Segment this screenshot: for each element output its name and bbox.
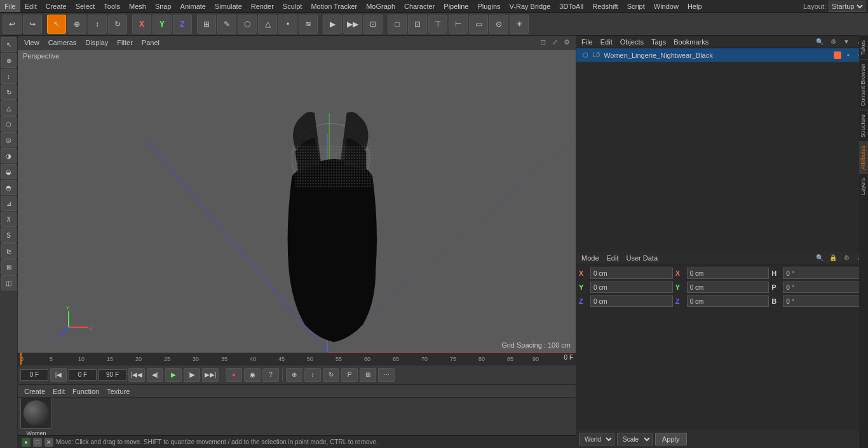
rotate-tool-icon[interactable]: ↻	[1, 85, 17, 100]
menu-help[interactable]: Help	[683, 0, 707, 12]
x-axis-button[interactable]: X	[132, 15, 151, 34]
jump-start-btn[interactable]: |◀◀	[128, 368, 145, 382]
brush-tool-icon[interactable]: ⊵	[1, 243, 17, 259]
y-pos-field[interactable]: 0 cm	[590, 282, 673, 293]
menu-vray[interactable]: V-Ray Bridge	[505, 0, 555, 12]
attr-menu-edit[interactable]: Edit	[604, 253, 621, 263]
sculpt-button[interactable]: ≋	[299, 15, 318, 34]
undo-button[interactable]: ↩	[3, 15, 22, 34]
camera-button[interactable]: ⊙	[489, 15, 508, 34]
menu-redshift[interactable]: Redshift	[588, 0, 622, 12]
material-thumbnail[interactable]	[20, 398, 52, 429]
front-button[interactable]: ▭	[469, 15, 488, 34]
edge-button[interactable]: △	[258, 15, 277, 34]
scale-key-btn[interactable]: ↕	[304, 368, 321, 382]
right-button[interactable]: ⊢	[449, 15, 468, 34]
menu-animate[interactable]: Animate	[176, 0, 210, 12]
x-size-field[interactable]: 0 cm	[687, 268, 770, 279]
render-button[interactable]: ▶▶	[343, 15, 362, 34]
menu-motion-tracker[interactable]: Motion Tracker	[306, 0, 362, 12]
obj-collapse-icon[interactable]: ▼	[841, 36, 852, 48]
obj-visibility-upper[interactable]: ●	[844, 51, 853, 60]
world-dropdown[interactable]: World	[579, 433, 614, 445]
uv-tool-icon[interactable]: ◫	[1, 275, 17, 290]
menu-create[interactable]: Create	[41, 0, 71, 12]
select-mode-button[interactable]: ↖	[47, 15, 66, 34]
vtab-takes[interactable]: Takes	[859, 36, 868, 59]
menu-tools[interactable]: Tools	[99, 0, 125, 12]
obj-menu-tags[interactable]: Tags	[649, 37, 668, 47]
play-btn[interactable]: ▶	[165, 368, 182, 382]
vp-expand-icon[interactable]: ⊡	[538, 37, 548, 48]
obj-search-icon[interactable]: 🔍	[814, 36, 825, 48]
redo-button[interactable]: ↪	[23, 15, 42, 34]
bottom-menu-function[interactable]: Function	[70, 386, 102, 397]
loop-tool-icon[interactable]: ⊼	[1, 212, 17, 227]
parallel-button[interactable]: ⊡	[408, 15, 427, 34]
apply-button[interactable]: Apply	[655, 433, 687, 445]
obj-menu-bookmarks[interactable]: Bookmarks	[671, 37, 711, 47]
next-frame-btn[interactable]: |▶	[184, 368, 200, 382]
material-item[interactable]: Women	[20, 398, 52, 435]
vtab-layers[interactable]: Layers	[859, 173, 868, 199]
current-frame-input[interactable]	[69, 369, 97, 381]
y-size-field[interactable]: 0 cm	[687, 282, 770, 293]
bottom-menu-create[interactable]: Create	[22, 386, 48, 397]
menu-3dtoall[interactable]: 3DToAll	[555, 0, 588, 12]
polygon-tool-icon[interactable]: △	[1, 100, 17, 116]
y-axis-button[interactable]: Y	[153, 15, 172, 34]
start-frame-input[interactable]	[20, 369, 48, 381]
weld-tool-icon[interactable]: ◓	[1, 180, 17, 195]
menu-character[interactable]: Character	[400, 0, 439, 12]
attr-search-icon[interactable]: 🔍	[814, 252, 825, 264]
menu-mesh[interactable]: Mesh	[125, 0, 151, 12]
obj-menu-edit[interactable]: Edit	[598, 37, 615, 47]
extrude-tool-icon[interactable]: ◎	[1, 132, 17, 147]
menu-script[interactable]: Script	[623, 0, 649, 12]
obj-row-women[interactable]: ⬡ L0 Women_Lingerie_Nightwear_Black ● ●	[576, 48, 868, 62]
jump-end-btn[interactable]: ▶▶|	[202, 368, 219, 382]
menu-render[interactable]: Render	[247, 0, 278, 12]
render-small-button[interactable]: ▶	[323, 15, 342, 34]
auto-key-btn[interactable]: ◉	[244, 368, 261, 382]
keyframe-dots-btn[interactable]: ⋯	[378, 368, 395, 382]
light-button[interactable]: ☀	[510, 15, 529, 34]
paint-tool-icon[interactable]: ⊠	[1, 259, 17, 275]
viewport-menu-display[interactable]: Display	[83, 37, 111, 48]
prev-keyframe-btn[interactable]: ◀|	[147, 368, 163, 382]
status-icon-circle[interactable]: ●	[22, 438, 31, 447]
obj-menu-objects[interactable]: Objects	[618, 37, 646, 47]
vp-settings-icon[interactable]: ⚙	[562, 37, 572, 48]
attr-lock-icon[interactable]: 🔒	[827, 252, 839, 264]
x-pos-field[interactable]: 0 cm	[590, 268, 673, 279]
scale-dropdown[interactable]: Scale	[617, 433, 653, 445]
scale-tool-icon[interactable]: ↕	[1, 69, 17, 84]
rotate-mode-button[interactable]: ↻	[108, 15, 127, 34]
menu-snap[interactable]: Snap	[151, 0, 176, 12]
menu-sculpt[interactable]: Sculpt	[278, 0, 307, 12]
attr-settings-icon[interactable]: ⚙	[841, 252, 852, 264]
point-button[interactable]: •	[278, 15, 297, 34]
knife-tool-icon[interactable]: ◑	[1, 148, 17, 163]
keyframe-help-btn[interactable]: ?	[262, 368, 279, 382]
render-region-button[interactable]: ⊡	[363, 15, 383, 34]
attr-menu-userdata[interactable]: User Data	[624, 253, 661, 263]
move-tool-icon[interactable]: ⊕	[1, 53, 17, 68]
menu-window[interactable]: Window	[649, 0, 683, 12]
layout-dropdown[interactable]: Startup	[829, 1, 865, 12]
menu-simulate[interactable]: Simulate	[210, 0, 247, 12]
bottom-menu-edit[interactable]: Edit	[50, 386, 67, 397]
polygon-button[interactable]: ⬡	[238, 15, 257, 34]
attr-menu-mode[interactable]: Mode	[579, 253, 602, 263]
prev-frame-btn[interactable]: |◀	[50, 368, 67, 382]
b-rot-field[interactable]: 0 °	[783, 295, 865, 307]
status-icon-minimize[interactable]: □	[33, 438, 42, 447]
obj-menu-file[interactable]: File	[579, 37, 595, 47]
pos-key-btn[interactable]: P	[341, 368, 358, 382]
perspective-button[interactable]: □	[388, 15, 407, 34]
viewport[interactable]: Perspective Grid Spacing : 100 cm X Y Z	[18, 50, 576, 353]
menu-plugins[interactable]: Plugins	[473, 0, 505, 12]
end-frame-input[interactable]	[98, 369, 126, 381]
vp-arrows-icon[interactable]: ⤢	[550, 37, 560, 48]
obj-filter-icon[interactable]: ⚙	[827, 36, 839, 48]
